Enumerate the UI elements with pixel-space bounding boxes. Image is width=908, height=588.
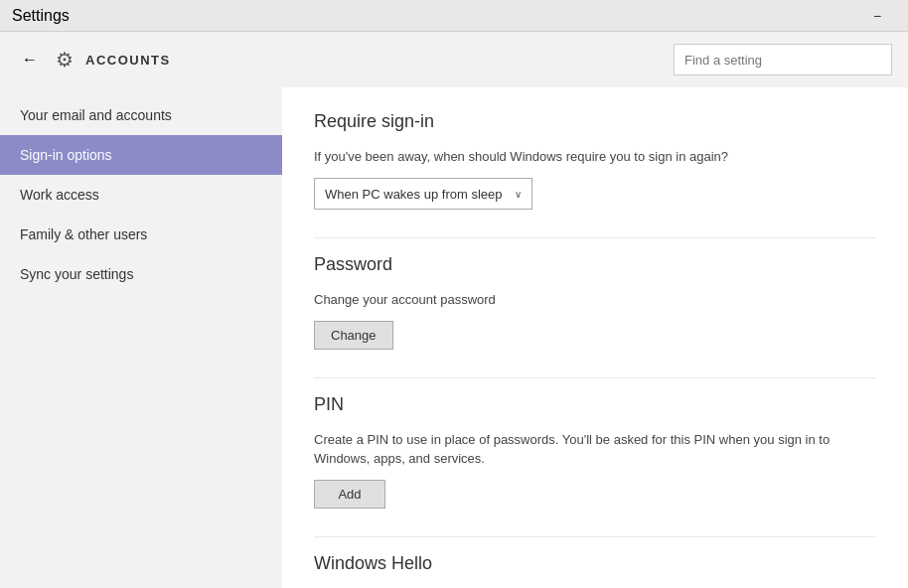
password-section: Password Change your account password Ch…	[314, 254, 876, 350]
add-pin-button[interactable]: Add	[314, 480, 385, 509]
title-bar-controls: −	[854, 0, 900, 32]
title-bar: Settings −	[0, 0, 908, 32]
change-password-button[interactable]: Change	[314, 321, 393, 350]
windows-hello-section: Windows Hello You must set up a PIN befo…	[314, 553, 876, 588]
pin-section: PIN Create a PIN to use in place of pass…	[314, 394, 876, 508]
sidebar-item-sync[interactable]: Sync your settings	[0, 254, 282, 294]
signin-dropdown[interactable]: When PC wakes up from sleep ∨	[314, 178, 532, 210]
sidebar: Your email and accounts Sign-in options …	[0, 87, 282, 588]
require-signin-title: Require sign-in	[314, 111, 876, 132]
sidebar-item-work[interactable]: Work access	[0, 175, 282, 215]
require-signin-desc: If you've been away, when should Windows…	[314, 148, 876, 166]
pin-desc: Create a PIN to use in place of password…	[314, 431, 876, 467]
sidebar-item-email[interactable]: Your email and accounts	[0, 95, 282, 135]
back-icon: ←	[22, 51, 38, 69]
windows-hello-title: Windows Hello	[314, 553, 876, 574]
header: ← ⚙ ACCOUNTS	[0, 32, 908, 87]
page-title: ACCOUNTS	[85, 53, 171, 68]
require-signin-section: Require sign-in If you've been away, whe…	[314, 111, 876, 210]
sidebar-item-family[interactable]: Family & other users	[0, 215, 282, 254]
back-button[interactable]: ←	[16, 46, 44, 74]
divider-3	[314, 536, 876, 537]
pin-title: PIN	[314, 394, 876, 415]
search-input[interactable]	[674, 44, 892, 75]
sidebar-item-signin[interactable]: Sign-in options	[0, 135, 282, 175]
gear-icon: ⚙	[56, 48, 74, 72]
main-content: Your email and accounts Sign-in options …	[0, 87, 908, 588]
password-title: Password	[314, 254, 876, 275]
content-area: Require sign-in If you've been away, whe…	[282, 87, 908, 588]
password-desc: Change your account password	[314, 291, 876, 309]
title-bar-left: Settings	[12, 7, 70, 25]
chevron-down-icon: ∨	[515, 189, 522, 200]
minimize-button[interactable]: −	[854, 0, 900, 32]
divider-2	[314, 377, 876, 378]
header-left: ← ⚙ ACCOUNTS	[16, 46, 171, 74]
divider-1	[314, 237, 876, 238]
title-bar-title: Settings	[12, 7, 70, 25]
signin-dropdown-value: When PC wakes up from sleep	[325, 187, 502, 202]
